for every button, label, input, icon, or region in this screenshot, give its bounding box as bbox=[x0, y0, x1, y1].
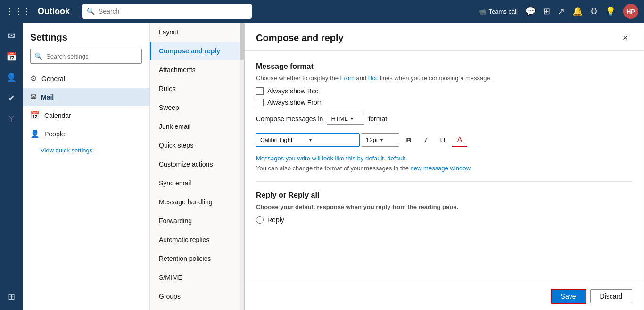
message-format-section: Message format Choose whether to display… bbox=[256, 62, 632, 172]
font-select-value: Calibri Light bbox=[260, 136, 306, 143]
view-quick-settings[interactable]: View quick settings bbox=[23, 143, 149, 158]
message-format-desc: Choose whether to display the From and B… bbox=[256, 75, 632, 82]
nav-item-calendar[interactable]: 📅 Calendar bbox=[23, 106, 149, 125]
nav-item-people[interactable]: 👤 People bbox=[23, 125, 149, 143]
middle-nav-customize[interactable]: Customize actions bbox=[150, 155, 244, 174]
checkbox-bcc[interactable] bbox=[256, 87, 264, 95]
search-box[interactable]: 🔍 bbox=[82, 4, 252, 19]
settings-icon[interactable]: ⚙ bbox=[590, 6, 598, 17]
checkbox-bcc-label: Always show Bcc bbox=[267, 87, 318, 95]
close-button[interactable]: × bbox=[618, 31, 632, 45]
font-toolbar: Calibri Light ▾ 12pt ▾ B I U A bbox=[256, 132, 632, 147]
format-select-value: HTML bbox=[331, 115, 347, 122]
radio-reply[interactable] bbox=[256, 216, 264, 224]
save-button[interactable]: Save bbox=[551, 289, 586, 304]
compose-format-suffix: format bbox=[368, 115, 387, 123]
font-select[interactable]: Calibri Light ▾ bbox=[256, 133, 360, 147]
grid-icon[interactable]: ⋮⋮⋮ bbox=[6, 6, 31, 17]
size-select-value: 12pt bbox=[366, 136, 378, 143]
sidebar-icon-yammer[interactable]: Y bbox=[2, 109, 21, 128]
app-logo: Outlook bbox=[38, 7, 70, 17]
main-content: Compose and reply × Message format Choos… bbox=[244, 23, 644, 310]
search-input[interactable] bbox=[99, 8, 247, 15]
radio-reply-row: Reply bbox=[256, 216, 632, 224]
preview-text-period: . bbox=[405, 155, 407, 162]
radio-reply-label: Reply bbox=[267, 216, 284, 224]
people-icon: 👤 bbox=[30, 129, 40, 138]
video-icon: 📹 bbox=[479, 8, 486, 15]
format-select-arrow: ▾ bbox=[351, 116, 353, 121]
dialog-overlay: Compose and reply × Message format Choos… bbox=[244, 23, 644, 310]
sidebar-icon-calendar[interactable]: 📅 bbox=[2, 47, 21, 66]
middle-nav-rules[interactable]: Rules bbox=[150, 79, 244, 98]
preview-text: Messages you write will look like this b… bbox=[256, 155, 632, 162]
middle-nav-sync[interactable]: Sync email bbox=[150, 174, 244, 193]
sidebar-icon-apps[interactable]: ⊞ bbox=[2, 287, 21, 306]
middle-nav-auto-replies[interactable]: Automatic replies bbox=[150, 230, 244, 249]
nav-item-general[interactable]: ⚙ General bbox=[23, 69, 149, 88]
dialog-body: Message format Choose whether to display… bbox=[245, 51, 644, 283]
topbar: ⋮⋮⋮ Outlook 🔍 📹 Teams call 💬 ⊞ ↗ 🔔 ⚙ 💡 H… bbox=[0, 0, 644, 23]
settings-panel: Settings 🔍 ⚙ General ✉ Mail 📅 Calendar 👤… bbox=[23, 23, 150, 310]
compose-reply-dialog: Compose and reply × Message format Choos… bbox=[244, 23, 644, 310]
middle-nav-scrollthumb bbox=[240, 23, 244, 60]
font-select-arrow: ▾ bbox=[309, 137, 355, 142]
compose-format-prefix: Compose messages in bbox=[256, 115, 323, 123]
checkbox-from-label: Always show From bbox=[267, 99, 322, 106]
teams-call-button[interactable]: 📹 Teams call bbox=[479, 8, 518, 15]
middle-nav-handling[interactable]: Message handling bbox=[150, 193, 244, 211]
font-color-button[interactable]: A bbox=[452, 132, 467, 147]
dialog-footer: Save Discard bbox=[245, 283, 644, 310]
close-icon: × bbox=[623, 33, 628, 43]
settings-title: Settings bbox=[23, 23, 149, 49]
help-icon[interactable]: 💡 bbox=[605, 6, 616, 17]
compose-format-row: Compose messages in HTML ▾ format bbox=[256, 113, 632, 125]
middle-nav-junk[interactable]: Junk email bbox=[150, 117, 244, 136]
message-format-desc-text: Choose whether to display the bbox=[256, 75, 340, 82]
middle-nav-sweep[interactable]: Sweep bbox=[150, 98, 244, 117]
checkbox-from[interactable] bbox=[256, 99, 264, 106]
middle-nav-groups[interactable]: Groups bbox=[150, 287, 244, 306]
format-select[interactable]: HTML ▾ bbox=[327, 113, 364, 125]
middle-nav-smime[interactable]: S/MIME bbox=[150, 268, 244, 287]
sidebar-icon-mail[interactable]: ✉ bbox=[2, 26, 21, 45]
settings-search-input[interactable] bbox=[46, 53, 138, 60]
size-select-arrow: ▾ bbox=[380, 137, 383, 142]
middle-nav-retention[interactable]: Retention policies bbox=[150, 249, 244, 268]
topbar-right: 📹 Teams call 💬 ⊞ ↗ 🔔 ⚙ 💡 HP bbox=[479, 4, 638, 19]
chat-icon[interactable]: 💬 bbox=[525, 6, 536, 17]
avatar[interactable]: HP bbox=[623, 4, 638, 19]
search-icon: 🔍 bbox=[87, 8, 95, 15]
nav-label-general: General bbox=[41, 75, 65, 83]
calendar-icon: 📅 bbox=[30, 111, 40, 120]
preview-hint-text: You can also change the format of your m… bbox=[256, 165, 411, 172]
sidebar-icon-tasks[interactable]: ✔ bbox=[2, 89, 21, 108]
apps-icon[interactable]: ⊞ bbox=[543, 6, 550, 17]
middle-nav-scroll: Layout Compose and reply Attachments Rul… bbox=[150, 23, 244, 310]
main-layout: ✉ 📅 👤 ✔ Y ⊞ Settings 🔍 ⚙ General ✉ Mail … bbox=[0, 23, 644, 310]
share-icon[interactable]: ↗ bbox=[558, 6, 565, 17]
middle-nav-quicksteps[interactable]: Quick steps bbox=[150, 136, 244, 155]
middle-nav-attachments[interactable]: Attachments bbox=[150, 60, 244, 79]
middle-nav-forwarding[interactable]: Forwarding bbox=[150, 211, 244, 230]
nav-item-mail[interactable]: ✉ Mail bbox=[23, 88, 149, 106]
nav-label-calendar: Calendar bbox=[44, 112, 71, 119]
discard-button[interactable]: Discard bbox=[590, 289, 632, 303]
underline-button[interactable]: U bbox=[435, 132, 450, 147]
checkbox-from-row: Always show From bbox=[256, 99, 632, 106]
bell-icon[interactable]: 🔔 bbox=[572, 6, 583, 17]
settings-search-box[interactable]: 🔍 bbox=[30, 49, 142, 64]
middle-nav: Layout Compose and reply Attachments Rul… bbox=[150, 23, 244, 310]
bold-button[interactable]: B bbox=[401, 132, 416, 147]
message-format-title: Message format bbox=[256, 62, 632, 71]
icon-sidebar: ✉ 📅 👤 ✔ Y ⊞ bbox=[0, 23, 23, 310]
middle-nav-compose[interactable]: Compose and reply bbox=[150, 42, 244, 60]
italic-button[interactable]: I bbox=[418, 132, 433, 147]
middle-nav-layout[interactable]: Layout bbox=[150, 23, 244, 42]
size-select[interactable]: 12pt ▾ bbox=[362, 133, 399, 147]
settings-nav: ⚙ General ✉ Mail 📅 Calendar 👤 People Vie… bbox=[23, 69, 149, 310]
new-message-link: new message window bbox=[411, 165, 470, 172]
middle-nav-scrolltrack bbox=[240, 23, 244, 310]
sidebar-icon-people[interactable]: 👤 bbox=[2, 68, 21, 87]
from-link: From bbox=[340, 75, 355, 82]
